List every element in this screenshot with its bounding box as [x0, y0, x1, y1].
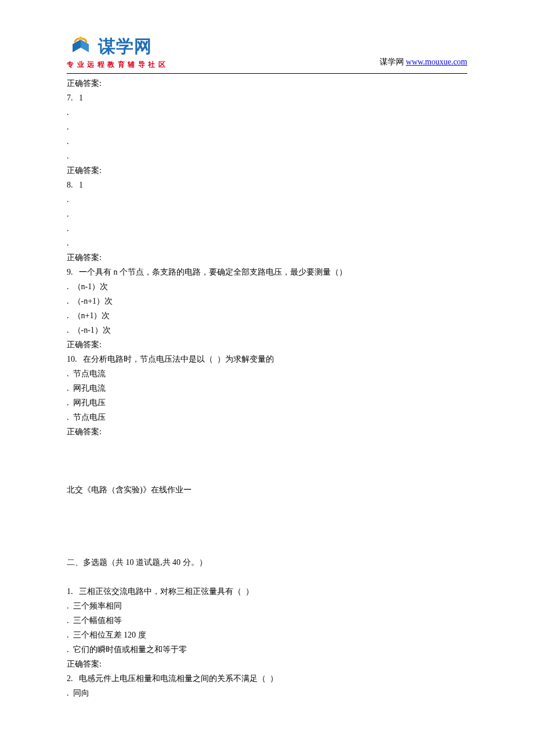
- text-line: . 三个幅值相等: [67, 613, 467, 628]
- blank-line: [67, 541, 467, 555]
- logo-subtitle: 专业远程教育辅导社区: [67, 60, 168, 70]
- site-prefix: 谋学网: [380, 57, 406, 66]
- site-link[interactable]: www.mouxue.com: [406, 57, 467, 66]
- logo-block: 谋学网 专业远程教育辅导社区: [67, 35, 168, 70]
- text-line: 正确答案:: [67, 76, 467, 91]
- text-line: .: [67, 105, 467, 120]
- text-line: .: [67, 192, 467, 207]
- site-label: 谋学网 www.mouxue.com: [380, 57, 467, 70]
- text-line: . 它们的瞬时值或相量之和等于零: [67, 642, 467, 657]
- logo-name: 谋学网: [98, 35, 152, 59]
- blank-line: [67, 526, 467, 541]
- text-line: 9. 一个具有 n 个节点，条支路的电路，要确定全部支路电压，最少要测量（）: [67, 265, 467, 279]
- text-line: 1. 三相正弦交流电路中，对称三相正弦量具有（ ）: [67, 584, 467, 599]
- text-line: . 网孔电压: [67, 395, 467, 410]
- blank-line: [67, 453, 467, 468]
- text-line: 二、多选题（共 10 道试题,共 40 分。）: [67, 555, 467, 570]
- text-line: . 网孔电流: [67, 381, 467, 395]
- page-header: 谋学网 专业远程教育辅导社区 谋学网 www.mouxue.com: [67, 35, 467, 70]
- text-line: 正确答案:: [67, 424, 467, 439]
- text-line: 北交《电路（含实验)》在线作业一: [67, 483, 467, 497]
- blank-line: [67, 497, 467, 512]
- blank-line: [67, 570, 467, 584]
- document-page: 谋学网 专业远程教育辅导社区 谋学网 www.mouxue.com 正确答案:7…: [0, 0, 534, 747]
- header-divider: [67, 73, 467, 74]
- svg-point-0: [79, 37, 82, 40]
- text-line: 正确答案:: [67, 250, 467, 265]
- text-line: 正确答案:: [67, 657, 467, 671]
- text-line: . （n-1）次: [67, 279, 467, 294]
- blank-line: [67, 468, 467, 483]
- document-body: 正确答案:7. 1. . . . 正确答案:8. 1. . . . 正确答案:9…: [67, 76, 467, 700]
- text-line: . 同向: [67, 686, 467, 700]
- blank-line: [67, 439, 467, 453]
- text-line: 正确答案:: [67, 337, 467, 352]
- text-line: .: [67, 149, 467, 163]
- text-line: . 三个相位互差 120 度: [67, 628, 467, 642]
- text-line: 2. 电感元件上电压相量和电流相量之间的关系不满足（ ）: [67, 671, 467, 686]
- text-line: .: [67, 120, 467, 134]
- text-line: 7. 1: [67, 91, 467, 105]
- text-line: .: [67, 221, 467, 236]
- text-line: 8. 1: [67, 178, 467, 192]
- text-line: . （-n+1）次: [67, 294, 467, 308]
- text-line: .: [67, 134, 467, 149]
- logo-icon: [67, 36, 95, 58]
- blank-line: [67, 512, 467, 526]
- text-line: . （-n-1）次: [67, 323, 467, 337]
- text-line: . （n+1）次: [67, 308, 467, 323]
- text-line: 10. 在分析电路时，节点电压法中是以（ ）为求解变量的: [67, 352, 467, 366]
- text-line: . 节点电流: [67, 366, 467, 381]
- logo-row: 谋学网: [67, 35, 152, 59]
- text-line: . 节点电压: [67, 410, 467, 424]
- text-line: .: [67, 236, 467, 250]
- text-line: 正确答案:: [67, 163, 467, 178]
- text-line: . 三个频率相同: [67, 599, 467, 613]
- text-line: .: [67, 207, 467, 221]
